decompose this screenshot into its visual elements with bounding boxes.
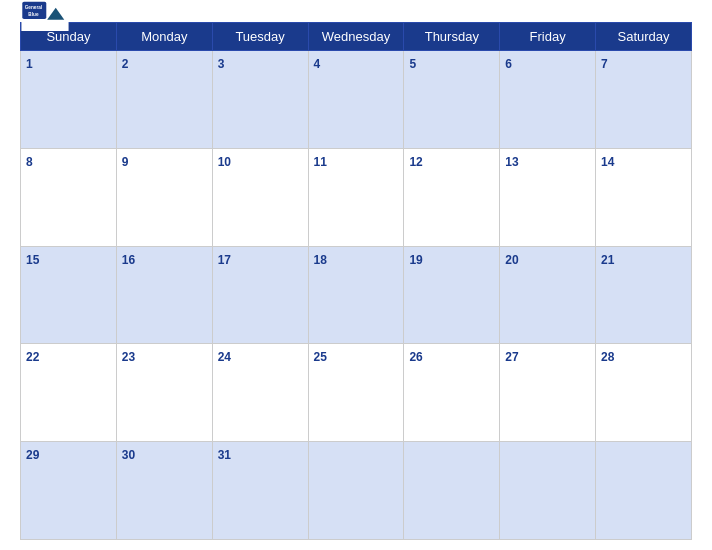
calendar-day-17: 17 xyxy=(212,246,308,344)
calendar-day-29: 29 xyxy=(21,442,117,540)
calendar-week-5: 293031 xyxy=(21,442,692,540)
day-number: 25 xyxy=(314,350,327,364)
calendar-day-2: 2 xyxy=(116,51,212,149)
day-number: 31 xyxy=(218,448,231,462)
calendar-week-3: 15161718192021 xyxy=(21,246,692,344)
day-number: 28 xyxy=(601,350,614,364)
day-number: 13 xyxy=(505,155,518,169)
day-number: 2 xyxy=(122,57,129,71)
calendar-day-empty xyxy=(596,442,692,540)
calendar-day-3: 3 xyxy=(212,51,308,149)
calendar-day-1: 1 xyxy=(21,51,117,149)
calendar-day-20: 20 xyxy=(500,246,596,344)
calendar-header: General Blue xyxy=(20,10,692,16)
day-number: 23 xyxy=(122,350,135,364)
day-number: 29 xyxy=(26,448,39,462)
calendar-day-8: 8 xyxy=(21,148,117,246)
calendar-day-19: 19 xyxy=(404,246,500,344)
calendar-day-11: 11 xyxy=(308,148,404,246)
calendar-day-25: 25 xyxy=(308,344,404,442)
day-number: 16 xyxy=(122,253,135,267)
calendar-day-15: 15 xyxy=(21,246,117,344)
day-number: 11 xyxy=(314,155,327,169)
calendar-day-12: 12 xyxy=(404,148,500,246)
weekday-friday: Friday xyxy=(500,23,596,51)
weekday-header-row: SundayMondayTuesdayWednesdayThursdayFrid… xyxy=(21,23,692,51)
day-number: 19 xyxy=(409,253,422,267)
weekday-wednesday: Wednesday xyxy=(308,23,404,51)
day-number: 10 xyxy=(218,155,231,169)
calendar-day-18: 18 xyxy=(308,246,404,344)
svg-text:General: General xyxy=(25,5,43,10)
calendar-day-10: 10 xyxy=(212,148,308,246)
calendar-week-4: 22232425262728 xyxy=(21,344,692,442)
calendar-day-empty xyxy=(308,442,404,540)
day-number: 22 xyxy=(26,350,39,364)
calendar-day-4: 4 xyxy=(308,51,404,149)
calendar-day-27: 27 xyxy=(500,344,596,442)
weekday-tuesday: Tuesday xyxy=(212,23,308,51)
day-number: 3 xyxy=(218,57,225,71)
day-number: 7 xyxy=(601,57,608,71)
calendar-day-5: 5 xyxy=(404,51,500,149)
calendar-table: SundayMondayTuesdayWednesdayThursdayFrid… xyxy=(20,22,692,540)
day-number: 1 xyxy=(26,57,33,71)
day-number: 15 xyxy=(26,253,39,267)
calendar-day-14: 14 xyxy=(596,148,692,246)
day-number: 12 xyxy=(409,155,422,169)
day-number: 17 xyxy=(218,253,231,267)
calendar-day-30: 30 xyxy=(116,442,212,540)
day-number: 5 xyxy=(409,57,416,71)
calendar-day-empty xyxy=(500,442,596,540)
calendar-day-21: 21 xyxy=(596,246,692,344)
calendar-day-31: 31 xyxy=(212,442,308,540)
calendar-day-13: 13 xyxy=(500,148,596,246)
day-number: 14 xyxy=(601,155,614,169)
calendar-day-6: 6 xyxy=(500,51,596,149)
logo: General Blue xyxy=(20,1,70,31)
day-number: 4 xyxy=(314,57,321,71)
day-number: 20 xyxy=(505,253,518,267)
day-number: 6 xyxy=(505,57,512,71)
day-number: 30 xyxy=(122,448,135,462)
day-number: 26 xyxy=(409,350,422,364)
calendar-day-16: 16 xyxy=(116,246,212,344)
day-number: 9 xyxy=(122,155,129,169)
calendar-day-22: 22 xyxy=(21,344,117,442)
svg-text:Blue: Blue xyxy=(28,12,39,17)
day-number: 21 xyxy=(601,253,614,267)
calendar-day-7: 7 xyxy=(596,51,692,149)
calendar-day-23: 23 xyxy=(116,344,212,442)
day-number: 18 xyxy=(314,253,327,267)
calendar-day-26: 26 xyxy=(404,344,500,442)
weekday-monday: Monday xyxy=(116,23,212,51)
calendar-week-2: 891011121314 xyxy=(21,148,692,246)
calendar-day-empty xyxy=(404,442,500,540)
day-number: 24 xyxy=(218,350,231,364)
calendar-day-28: 28 xyxy=(596,344,692,442)
calendar-day-9: 9 xyxy=(116,148,212,246)
calendar-week-1: 1234567 xyxy=(21,51,692,149)
weekday-saturday: Saturday xyxy=(596,23,692,51)
day-number: 8 xyxy=(26,155,33,169)
calendar-day-24: 24 xyxy=(212,344,308,442)
weekday-thursday: Thursday xyxy=(404,23,500,51)
day-number: 27 xyxy=(505,350,518,364)
